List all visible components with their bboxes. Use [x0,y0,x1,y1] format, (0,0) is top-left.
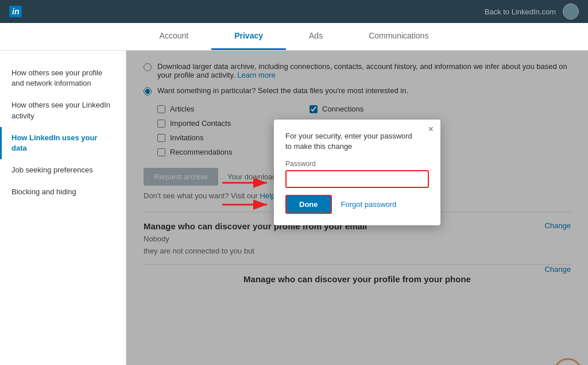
sidebar-item-blocking[interactable]: Blocking and hiding [0,181,126,203]
back-to-linkedin-link[interactable]: Back to LinkedIn.com [485,7,556,16]
sidebar-item-job-seeking[interactable]: Job seeking preferences [0,159,126,181]
tab-ads[interactable]: Ads [286,23,346,50]
arrow-done [222,196,274,213]
top-bar-right: Back to LinkedIn.com [485,3,579,20]
sidebar-item-profile-network[interactable]: How others see your profile and network … [0,62,126,94]
modal-overlay: × For your security, enter your password… [126,51,588,365]
sidebar-item-data[interactable]: How LinkedIn uses your data [0,127,126,159]
linkedin-logo: in [9,6,22,17]
modal-footer: Done Forgot password [285,195,429,214]
main-content: Download larger data archive, including … [126,51,588,365]
tab-account[interactable]: Account [137,23,212,50]
top-bar: in Back to LinkedIn.com [0,0,588,23]
tab-communications[interactable]: Communications [346,23,451,50]
sidebar: How others see your profile and network … [0,51,126,365]
main-nav: Account Privacy Ads Communications [0,23,588,51]
sidebar-item-linkedin-activity[interactable]: How others see your LinkedIn activity [0,94,126,126]
forgot-password-link[interactable]: Forgot password [341,200,397,209]
tab-privacy[interactable]: Privacy [211,23,286,50]
modal-close-button[interactable]: × [428,124,434,135]
arrow-password [222,174,274,191]
password-input[interactable] [285,170,429,188]
content-area: How others see your profile and network … [0,51,588,365]
modal-title: For your security, enter your password t… [285,131,429,152]
security-modal: × For your security, enter your password… [274,120,440,225]
done-button[interactable]: Done [285,195,332,214]
avatar[interactable] [563,3,579,20]
password-label: Password [285,160,429,168]
